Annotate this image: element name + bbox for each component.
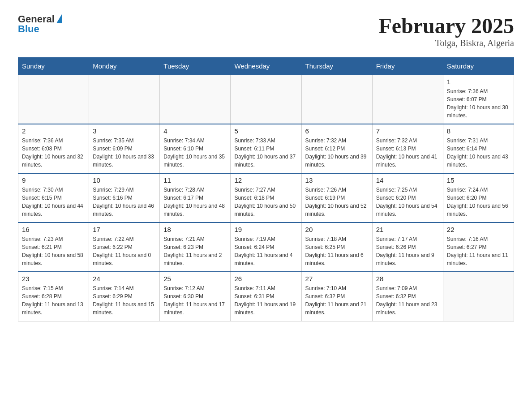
day-number: 11	[163, 176, 227, 184]
day-info: Sunrise: 7:17 AMSunset: 6:26 PMDaylight:…	[376, 235, 439, 267]
day-number: 16	[22, 226, 85, 233]
calendar-cell	[160, 75, 231, 124]
calendar-cell: 16Sunrise: 7:23 AMSunset: 6:21 PMDayligh…	[18, 223, 89, 272]
calendar-cell: 1Sunrise: 7:36 AMSunset: 6:07 PMDaylight…	[443, 75, 514, 124]
calendar-cell: 4Sunrise: 7:34 AMSunset: 6:10 PMDaylight…	[160, 124, 231, 173]
day-number: 18	[163, 226, 227, 233]
day-info: Sunrise: 7:24 AMSunset: 6:20 PMDaylight:…	[447, 186, 510, 218]
day-info: Sunrise: 7:28 AMSunset: 6:17 PMDaylight:…	[163, 186, 227, 218]
day-number: 28	[376, 275, 439, 283]
day-number: 22	[447, 226, 510, 233]
calendar-cell: 6Sunrise: 7:32 AMSunset: 6:12 PMDaylight…	[301, 124, 372, 173]
day-number: 27	[305, 275, 369, 283]
day-number: 1	[447, 78, 510, 86]
day-info: Sunrise: 7:15 AMSunset: 6:28 PMDaylight:…	[22, 284, 85, 317]
day-info: Sunrise: 7:09 AMSunset: 6:32 PMDaylight:…	[376, 284, 439, 317]
calendar-cell: 10Sunrise: 7:29 AMSunset: 6:16 PMDayligh…	[89, 173, 160, 223]
day-number: 15	[447, 176, 510, 184]
day-number: 13	[305, 176, 369, 184]
calendar-cell: 25Sunrise: 7:12 AMSunset: 6:30 PMDayligh…	[160, 272, 231, 321]
calendar-cell: 8Sunrise: 7:31 AMSunset: 6:14 PMDaylight…	[443, 124, 514, 173]
calendar-header-monday: Monday	[89, 58, 160, 75]
calendar-cell: 20Sunrise: 7:18 AMSunset: 6:25 PMDayligh…	[301, 223, 372, 272]
calendar-header-friday: Friday	[372, 58, 443, 75]
day-info: Sunrise: 7:22 AMSunset: 6:22 PMDaylight:…	[93, 235, 156, 267]
day-number: 17	[93, 226, 156, 233]
day-number: 6	[305, 127, 369, 135]
day-info: Sunrise: 7:32 AMSunset: 6:12 PMDaylight:…	[305, 137, 369, 169]
calendar-cell	[443, 272, 514, 321]
calendar-cell: 24Sunrise: 7:14 AMSunset: 6:29 PMDayligh…	[89, 272, 160, 321]
day-info: Sunrise: 7:25 AMSunset: 6:20 PMDaylight:…	[376, 186, 439, 218]
logo-blue-text: Blue	[18, 23, 39, 35]
day-info: Sunrise: 7:11 AMSunset: 6:31 PMDaylight:…	[234, 284, 297, 317]
day-info: Sunrise: 7:26 AMSunset: 6:19 PMDaylight:…	[305, 186, 369, 218]
calendar-cell	[18, 75, 89, 124]
day-info: Sunrise: 7:30 AMSunset: 6:15 PMDaylight:…	[22, 186, 85, 218]
calendar-cell: 26Sunrise: 7:11 AMSunset: 6:31 PMDayligh…	[231, 272, 301, 321]
day-number: 5	[234, 127, 297, 135]
day-info: Sunrise: 7:36 AMSunset: 6:08 PMDaylight:…	[22, 137, 85, 169]
calendar-cell: 15Sunrise: 7:24 AMSunset: 6:20 PMDayligh…	[443, 173, 514, 223]
day-info: Sunrise: 7:21 AMSunset: 6:23 PMDaylight:…	[163, 235, 227, 267]
day-number: 9	[22, 176, 85, 184]
day-number: 2	[22, 127, 85, 135]
calendar-cell: 18Sunrise: 7:21 AMSunset: 6:23 PMDayligh…	[160, 223, 231, 272]
calendar-week-row: 2Sunrise: 7:36 AMSunset: 6:08 PMDaylight…	[18, 124, 514, 173]
calendar-week-row: 1Sunrise: 7:36 AMSunset: 6:07 PMDaylight…	[18, 75, 514, 124]
calendar-cell: 2Sunrise: 7:36 AMSunset: 6:08 PMDaylight…	[18, 124, 89, 173]
day-info: Sunrise: 7:32 AMSunset: 6:13 PMDaylight:…	[376, 137, 439, 169]
day-info: Sunrise: 7:12 AMSunset: 6:30 PMDaylight:…	[163, 284, 227, 317]
calendar-cell: 13Sunrise: 7:26 AMSunset: 6:19 PMDayligh…	[301, 173, 372, 223]
day-info: Sunrise: 7:31 AMSunset: 6:14 PMDaylight:…	[447, 137, 510, 169]
calendar-subtitle: Tolga, Biskra, Algeria	[378, 38, 514, 48]
calendar-header-sunday: Sunday	[18, 58, 89, 75]
day-number: 14	[376, 176, 439, 184]
calendar-cell: 19Sunrise: 7:19 AMSunset: 6:24 PMDayligh…	[231, 223, 301, 272]
day-info: Sunrise: 7:34 AMSunset: 6:10 PMDaylight:…	[163, 137, 227, 169]
logo: General Blue	[18, 13, 62, 35]
day-number: 19	[234, 226, 297, 233]
day-number: 4	[163, 127, 227, 135]
calendar-header-row: SundayMondayTuesdayWednesdayThursdayFrid…	[18, 58, 514, 75]
day-number: 12	[234, 176, 297, 184]
calendar-cell: 23Sunrise: 7:15 AMSunset: 6:28 PMDayligh…	[18, 272, 89, 321]
calendar-cell: 3Sunrise: 7:35 AMSunset: 6:09 PMDaylight…	[89, 124, 160, 173]
title-block: February 2025 Tolga, Biskra, Algeria	[378, 13, 514, 48]
day-number: 3	[93, 127, 156, 135]
calendar-week-row: 16Sunrise: 7:23 AMSunset: 6:21 PMDayligh…	[18, 223, 514, 272]
calendar-cell	[372, 75, 443, 124]
day-info: Sunrise: 7:19 AMSunset: 6:24 PMDaylight:…	[234, 235, 297, 267]
day-info: Sunrise: 7:36 AMSunset: 6:07 PMDaylight:…	[447, 87, 510, 120]
day-info: Sunrise: 7:35 AMSunset: 6:09 PMDaylight:…	[93, 137, 156, 169]
day-number: 10	[93, 176, 156, 184]
day-info: Sunrise: 7:10 AMSunset: 6:32 PMDaylight:…	[305, 284, 369, 317]
calendar-cell: 27Sunrise: 7:10 AMSunset: 6:32 PMDayligh…	[301, 272, 372, 321]
day-info: Sunrise: 7:16 AMSunset: 6:27 PMDaylight:…	[447, 235, 510, 267]
calendar-cell: 28Sunrise: 7:09 AMSunset: 6:32 PMDayligh…	[372, 272, 443, 321]
day-number: 20	[305, 226, 369, 233]
day-info: Sunrise: 7:33 AMSunset: 6:11 PMDaylight:…	[234, 137, 297, 169]
day-info: Sunrise: 7:29 AMSunset: 6:16 PMDaylight:…	[93, 186, 156, 218]
calendar-cell	[231, 75, 301, 124]
calendar-cell: 5Sunrise: 7:33 AMSunset: 6:11 PMDaylight…	[231, 124, 301, 173]
calendar-header-saturday: Saturday	[443, 58, 514, 75]
day-number: 26	[234, 275, 297, 283]
calendar-title: February 2025	[378, 13, 514, 38]
day-info: Sunrise: 7:18 AMSunset: 6:25 PMDaylight:…	[305, 235, 369, 267]
logo-triangle-icon	[56, 14, 62, 23]
calendar-cell	[89, 75, 160, 124]
calendar-table: SundayMondayTuesdayWednesdayThursdayFrid…	[18, 57, 514, 321]
page-header: General Blue February 2025 Tolga, Biskra…	[18, 13, 514, 48]
calendar-week-row: 23Sunrise: 7:15 AMSunset: 6:28 PMDayligh…	[18, 272, 514, 321]
calendar-cell: 14Sunrise: 7:25 AMSunset: 6:20 PMDayligh…	[372, 173, 443, 223]
calendar-cell: 9Sunrise: 7:30 AMSunset: 6:15 PMDaylight…	[18, 173, 89, 223]
calendar-cell: 22Sunrise: 7:16 AMSunset: 6:27 PMDayligh…	[443, 223, 514, 272]
calendar-cell: 12Sunrise: 7:27 AMSunset: 6:18 PMDayligh…	[231, 173, 301, 223]
calendar-week-row: 9Sunrise: 7:30 AMSunset: 6:15 PMDaylight…	[18, 173, 514, 223]
day-number: 24	[93, 275, 156, 283]
day-number: 7	[376, 127, 439, 135]
calendar-header-tuesday: Tuesday	[160, 58, 231, 75]
calendar-header-thursday: Thursday	[301, 58, 372, 75]
calendar-header-wednesday: Wednesday	[231, 58, 301, 75]
